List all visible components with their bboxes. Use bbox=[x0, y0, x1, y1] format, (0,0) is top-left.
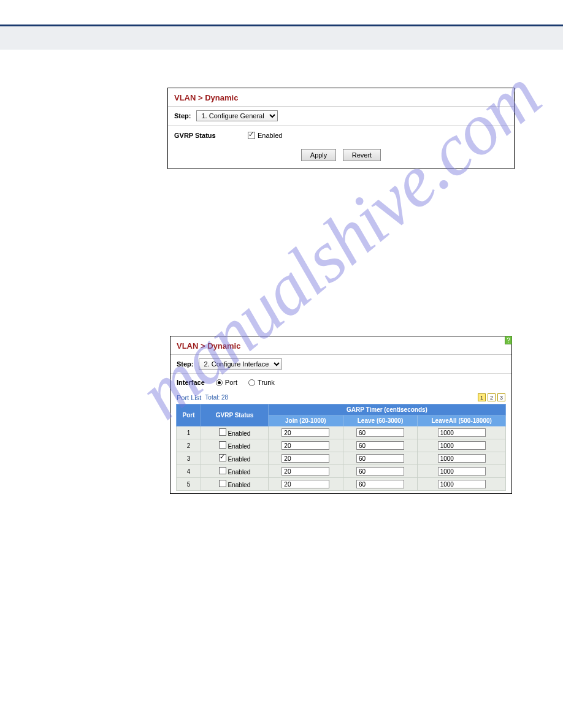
col-join: Join (20-1000) bbox=[269, 415, 343, 427]
cell-gvrp: Enabled bbox=[201, 427, 269, 439]
radio-port-wrap: Port bbox=[216, 379, 237, 386]
row-enabled-label: Enabled bbox=[228, 469, 251, 476]
cell-join bbox=[269, 439, 343, 452]
radio-trunk-wrap: Trunk bbox=[248, 379, 275, 386]
portlist-total: Total: 28 bbox=[205, 394, 228, 401]
page-1[interactable]: 1 bbox=[478, 393, 486, 401]
gvrp-enabled-group: Enabled bbox=[248, 132, 282, 139]
gvrp-status-row: GVRP Status Enabled bbox=[168, 126, 514, 143]
portlist-row: Port List Total: 28 1 2 3 bbox=[170, 391, 511, 404]
join-input[interactable] bbox=[282, 480, 329, 488]
table-row: 4 Enabled bbox=[177, 465, 506, 478]
cell-gvrp: Enabled bbox=[201, 452, 269, 465]
top-band bbox=[0, 26, 563, 50]
cell-leave bbox=[343, 427, 418, 439]
cell-join bbox=[269, 478, 343, 491]
cell-leaveall bbox=[418, 439, 506, 452]
col-leave: Leave (60-3000) bbox=[343, 415, 418, 427]
panel1-title: VLAN > Dynamic bbox=[168, 88, 514, 106]
row-enabled-checkbox[interactable] bbox=[219, 454, 226, 461]
cell-join bbox=[269, 465, 343, 478]
col-leaveall: LeaveAll (500-18000) bbox=[418, 415, 506, 427]
button-row: Apply Revert bbox=[168, 143, 514, 169]
port-table: Port GVRP Status GARP Timer (centisecond… bbox=[176, 404, 506, 491]
apply-button[interactable]: Apply bbox=[301, 149, 337, 161]
leaveall-input[interactable] bbox=[438, 441, 486, 450]
interface-row: Interface Port Trunk bbox=[170, 374, 511, 391]
cell-join bbox=[269, 427, 343, 439]
vlan-dynamic-interface-panel: ? VLAN > Dynamic Step: 2. Configure Inte… bbox=[170, 336, 512, 494]
col-port: Port bbox=[177, 404, 201, 427]
cell-leave bbox=[343, 452, 418, 465]
revert-button[interactable]: Revert bbox=[343, 149, 381, 161]
leaveall-input[interactable] bbox=[438, 428, 486, 437]
row-enabled-checkbox[interactable] bbox=[219, 480, 226, 487]
row-enabled-label: Enabled bbox=[228, 482, 251, 488]
step-select-2[interactable]: 2. Configure Interface bbox=[199, 358, 282, 370]
step-select[interactable]: 1. Configure General bbox=[196, 110, 278, 121]
row-enabled-checkbox[interactable] bbox=[219, 467, 226, 474]
gvrp-enabled-text: Enabled bbox=[258, 132, 282, 139]
leaveall-input[interactable] bbox=[438, 454, 486, 463]
cell-leaveall bbox=[418, 478, 506, 491]
cell-gvrp: Enabled bbox=[201, 478, 269, 491]
cell-leaveall bbox=[418, 427, 506, 439]
cell-leaveall bbox=[418, 465, 506, 478]
help-icon[interactable]: ? bbox=[505, 336, 512, 344]
table-row: 2 Enabled bbox=[177, 439, 506, 452]
step-label: Step: bbox=[174, 112, 191, 119]
radio-trunk-label: Trunk bbox=[258, 379, 275, 386]
cell-port: 3 bbox=[177, 452, 201, 465]
page-2[interactable]: 2 bbox=[488, 393, 496, 401]
cell-gvrp: Enabled bbox=[201, 465, 269, 478]
join-input[interactable] bbox=[282, 428, 329, 437]
leave-input[interactable] bbox=[356, 480, 404, 488]
table-row: 1 Enabled bbox=[177, 427, 506, 439]
cell-leaveall bbox=[418, 452, 506, 465]
cell-leave bbox=[343, 465, 418, 478]
join-input[interactable] bbox=[282, 454, 329, 463]
step-label-2: Step: bbox=[177, 360, 194, 368]
cell-gvrp: Enabled bbox=[201, 439, 269, 452]
cell-leave bbox=[343, 439, 418, 452]
row-enabled-label: Enabled bbox=[228, 430, 251, 437]
cell-port: 2 bbox=[177, 439, 201, 452]
leaveall-input[interactable] bbox=[438, 480, 486, 488]
row-enabled-checkbox[interactable] bbox=[219, 428, 226, 436]
pager: 1 2 3 bbox=[478, 393, 505, 401]
page-3[interactable]: 3 bbox=[497, 393, 505, 401]
leave-input[interactable] bbox=[356, 467, 404, 476]
cell-port: 4 bbox=[177, 465, 201, 478]
radio-trunk[interactable] bbox=[248, 379, 255, 386]
join-input[interactable] bbox=[282, 467, 329, 476]
join-input[interactable] bbox=[282, 441, 329, 450]
vlan-dynamic-general-panel: VLAN > Dynamic Step: 1. Configure Genera… bbox=[167, 88, 515, 169]
col-garp: GARP Timer (centiseconds) bbox=[269, 404, 506, 415]
table-row: 5 Enabled bbox=[177, 478, 506, 491]
cell-join bbox=[269, 452, 343, 465]
cell-port: 1 bbox=[177, 427, 201, 439]
gvrp-enabled-checkbox[interactable] bbox=[248, 132, 255, 139]
leave-input[interactable] bbox=[356, 428, 404, 437]
row-enabled-label: Enabled bbox=[228, 443, 251, 450]
panel2-title: VLAN > Dynamic bbox=[170, 336, 511, 354]
portlist-label: Port List bbox=[177, 394, 201, 401]
leaveall-input[interactable] bbox=[438, 467, 486, 476]
table-header-row-1: Port GVRP Status GARP Timer (centisecond… bbox=[177, 404, 506, 415]
interface-label: Interface bbox=[177, 379, 205, 386]
radio-port[interactable] bbox=[216, 379, 223, 386]
leave-input[interactable] bbox=[356, 441, 404, 450]
step-row-2: Step: 2. Configure Interface bbox=[170, 355, 511, 374]
cell-port: 5 bbox=[177, 478, 201, 491]
leave-input[interactable] bbox=[356, 454, 404, 463]
portlist-left: Port List Total: 28 bbox=[177, 394, 228, 401]
col-gvrp: GVRP Status bbox=[201, 404, 269, 427]
table-row: 3 Enabled bbox=[177, 452, 506, 465]
gvrp-status-label: GVRP Status bbox=[174, 132, 223, 139]
row-enabled-checkbox[interactable] bbox=[219, 441, 226, 449]
radio-port-label: Port bbox=[225, 379, 237, 386]
cell-leave bbox=[343, 478, 418, 491]
row-enabled-label: Enabled bbox=[228, 456, 251, 463]
step-row: Step: 1. Configure General bbox=[168, 107, 514, 126]
